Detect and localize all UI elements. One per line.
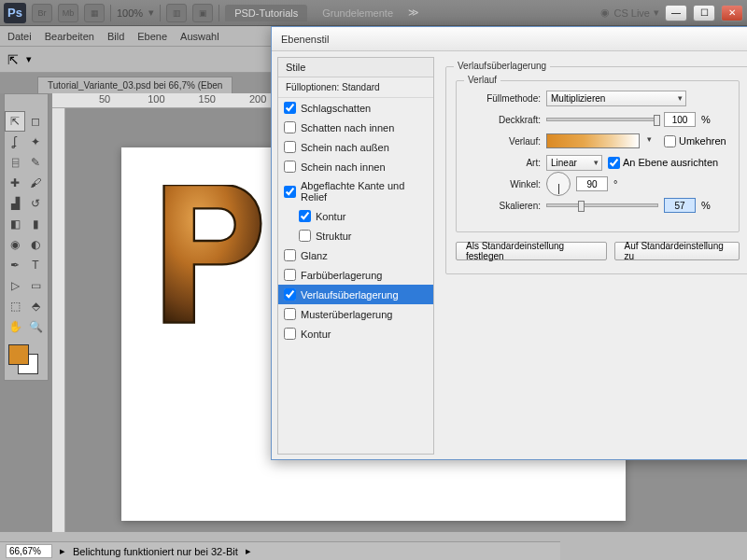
- pct-label: %: [701, 114, 711, 125]
- history-brush-tool[interactable]: ↺: [25, 193, 46, 214]
- 3d-tool[interactable]: ⬚: [5, 296, 25, 316]
- view-extras-icon[interactable]: ▦: [84, 4, 105, 22]
- style-checkbox[interactable]: [284, 308, 296, 320]
- eyedropper-tool[interactable]: ✎: [25, 152, 46, 173]
- style-checkbox[interactable]: [284, 269, 296, 281]
- marquee-tool[interactable]: ◻: [25, 111, 46, 132]
- dropdown-icon[interactable]: ▾: [26, 53, 32, 65]
- eraser-tool[interactable]: ◧: [5, 214, 25, 234]
- angle-dial[interactable]: [546, 172, 571, 196]
- zoom-level[interactable]: 100%: [117, 7, 143, 19]
- document-tab[interactable]: Tutorial_Variante_03.psd bei 66,7% (Eben: [37, 77, 233, 93]
- zoom-tool[interactable]: 🔍: [25, 316, 46, 337]
- minimize-button[interactable]: —: [665, 5, 687, 21]
- pen-tool[interactable]: ✒: [5, 255, 25, 275]
- style-checkbox[interactable]: [284, 186, 296, 198]
- style-checkbox[interactable]: [284, 288, 296, 301]
- lasso-tool[interactable]: ʆ: [5, 132, 25, 152]
- style-item[interactable]: Schein nach innen: [278, 157, 433, 176]
- style-label: Kontur: [316, 211, 345, 222]
- menu-item[interactable]: Bild: [107, 31, 124, 42]
- reverse-checkbox[interactable]: Umkehren: [664, 135, 726, 147]
- menu-item[interactable]: Datei: [7, 31, 32, 42]
- chevron-right-icon[interactable]: ▸: [60, 545, 65, 557]
- styles-header[interactable]: Stile: [278, 58, 433, 77]
- gradient-preview[interactable]: [546, 133, 640, 148]
- healing-tool[interactable]: ✚: [5, 173, 25, 193]
- menu-item[interactable]: Ebene: [137, 31, 167, 42]
- toolbox: ⇱◻ ʆ✦ ⌸✎ ✚🖌 ▟↺ ◧▮ ◉◐ ✒T ▷▭ ⬚⬘ ✋🔍: [4, 93, 49, 381]
- blur-tool[interactable]: ◉: [5, 234, 25, 255]
- scale-label: Skalieren:: [466, 201, 541, 211]
- zoom-field[interactable]: [6, 544, 52, 558]
- crop-tool[interactable]: ⌸: [5, 152, 25, 173]
- style-checkbox[interactable]: [284, 102, 296, 114]
- style-item[interactable]: Struktur: [278, 226, 433, 245]
- arrange-docs-icon[interactable]: ▥: [166, 4, 187, 22]
- opacity-slider[interactable]: [546, 118, 658, 121]
- dropdown-icon[interactable]: ▾: [148, 7, 154, 19]
- type-tool[interactable]: T: [25, 255, 46, 275]
- style-checkbox[interactable]: [284, 161, 296, 173]
- make-default-button[interactable]: Als Standardeinstellung festlegen: [456, 242, 607, 260]
- angle-input[interactable]: [576, 176, 608, 191]
- style-item[interactable]: Verlaufsüberlagerung: [278, 285, 433, 304]
- move-tool[interactable]: ⇱: [5, 111, 25, 132]
- style-item[interactable]: Kontur: [278, 206, 433, 226]
- hand-tool[interactable]: ✋: [5, 316, 25, 337]
- style-checkbox[interactable]: [284, 121, 296, 133]
- reset-default-button[interactable]: Auf Standardeinstellung zu: [614, 242, 740, 260]
- menu-item[interactable]: Auswahl: [180, 31, 219, 42]
- foreground-color-swatch[interactable]: [8, 344, 29, 365]
- scale-input[interactable]: [664, 198, 696, 213]
- style-checkbox[interactable]: [284, 328, 296, 340]
- style-item[interactable]: Abgeflachte Kante und Relief: [278, 176, 433, 206]
- style-item[interactable]: Farbüberlagerung: [278, 265, 433, 285]
- workspace-tab[interactable]: PSD-Tutorials: [225, 5, 307, 21]
- align-checkbox[interactable]: An Ebene ausrichten: [608, 157, 718, 169]
- maximize-button[interactable]: ☐: [693, 5, 715, 21]
- cs-live[interactable]: ◉ CS Live ▾: [600, 7, 659, 19]
- styles-list: Stile Fülloptionen: Standard Schlagschat…: [277, 57, 434, 455]
- opacity-input[interactable]: [664, 112, 696, 127]
- gradient-tool[interactable]: ▮: [25, 214, 46, 234]
- screen-mode-icon[interactable]: ▣: [192, 4, 213, 22]
- deg-label: °: [613, 178, 617, 189]
- dialog-title-bar[interactable]: Ebenenstil: [272, 27, 747, 51]
- style-select[interactable]: Linear: [546, 155, 602, 171]
- dodge-tool[interactable]: ◐: [25, 234, 46, 255]
- close-button[interactable]: ✕: [721, 5, 743, 21]
- magic-wand-tool[interactable]: ✦: [25, 132, 46, 152]
- style-item[interactable]: Schatten nach innen: [278, 118, 433, 137]
- blending-options[interactable]: Fülloptionen: Standard: [278, 77, 433, 98]
- style-item[interactable]: Schlagschatten: [278, 98, 433, 118]
- scale-slider[interactable]: [546, 203, 658, 207]
- style-checkbox[interactable]: [284, 249, 296, 261]
- style-checkbox[interactable]: [284, 141, 296, 153]
- settings-title: Verlaufsüberlagerung: [454, 61, 550, 71]
- shape-tool[interactable]: ▭: [25, 275, 46, 296]
- bridge-icon[interactable]: Br: [32, 4, 52, 22]
- style-item[interactable]: Musterüberlagerung: [278, 304, 433, 324]
- settings-pane: Verlaufsüberlagerung Verlauf Füllmethode…: [440, 51, 747, 460]
- stamp-tool[interactable]: ▟: [5, 193, 25, 214]
- workspace-tab[interactable]: Grundelemente: [313, 5, 402, 21]
- style-item[interactable]: Kontur: [278, 324, 433, 343]
- style-item[interactable]: Glanz: [278, 245, 433, 265]
- 3d-camera-tool[interactable]: ⬘: [25, 296, 46, 316]
- style-label: Abgeflachte Kante und Relief: [301, 180, 428, 203]
- workspace-more-icon[interactable]: ≫: [408, 7, 419, 19]
- minibridge-icon[interactable]: Mb: [58, 4, 78, 22]
- angle-label: Winkel:: [466, 179, 541, 189]
- menu-item[interactable]: Bearbeiten: [45, 31, 94, 42]
- status-message: Belichtung funktioniert nur bei 32-Bit: [73, 546, 238, 557]
- layer-style-dialog: Ebenenstil Stile Fülloptionen: Standard …: [271, 26, 747, 460]
- chevron-right-icon[interactable]: ▸: [246, 545, 251, 557]
- color-swatches[interactable]: [5, 343, 46, 380]
- style-checkbox[interactable]: [299, 230, 311, 242]
- style-checkbox[interactable]: [299, 210, 311, 222]
- style-item[interactable]: Schein nach außen: [278, 137, 433, 157]
- brush-tool[interactable]: 🖌: [25, 173, 46, 193]
- blend-mode-select[interactable]: Multiplizieren: [546, 91, 686, 106]
- path-select-tool[interactable]: ▷: [5, 275, 25, 296]
